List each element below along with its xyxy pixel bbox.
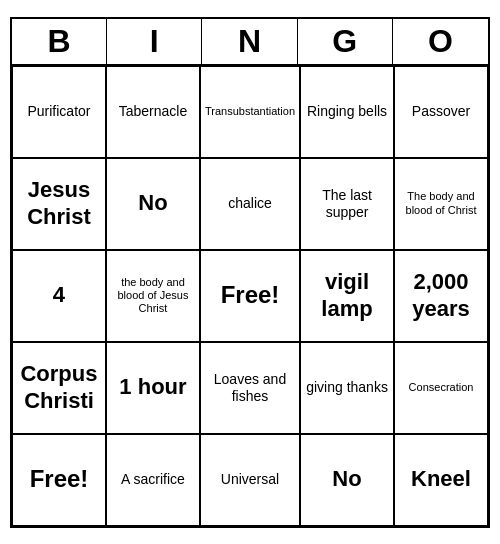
cell-2-3: vigil lamp — [300, 250, 394, 342]
cell-3-3: giving thanks — [300, 342, 394, 434]
cell-0-2: Transubstantiation — [200, 66, 300, 158]
cell-1-0: Jesus Christ — [12, 158, 106, 250]
cell-0-4: Passover — [394, 66, 488, 158]
cell-0-3: Ringing bells — [300, 66, 394, 158]
cell-2-4: 2,000 years — [394, 250, 488, 342]
header-letter-g: G — [298, 19, 393, 64]
header-letter-i: I — [107, 19, 202, 64]
cell-4-2: Universal — [200, 434, 300, 526]
header-letter-n: N — [202, 19, 297, 64]
cell-0-0: Purificator — [12, 66, 106, 158]
cell-1-1: No — [106, 158, 200, 250]
cell-4-0: Free! — [12, 434, 106, 526]
cell-3-1: 1 hour — [106, 342, 200, 434]
cell-4-4: Kneel — [394, 434, 488, 526]
cell-4-3: No — [300, 434, 394, 526]
cell-2-2: Free! — [200, 250, 300, 342]
cell-2-0: 4 — [12, 250, 106, 342]
header-letter-o: O — [393, 19, 488, 64]
cell-0-1: Tabernacle — [106, 66, 200, 158]
bingo-grid: PurificatorTabernacleTransubstantiationR… — [12, 66, 488, 526]
cell-1-4: The body and blood of Christ — [394, 158, 488, 250]
bingo-card: BINGO PurificatorTabernacleTransubstanti… — [10, 17, 490, 528]
cell-3-0: Corpus Christi — [12, 342, 106, 434]
bingo-header: BINGO — [12, 19, 488, 66]
cell-2-1: the body and blood of Jesus Christ — [106, 250, 200, 342]
cell-3-4: Consecration — [394, 342, 488, 434]
header-letter-b: B — [12, 19, 107, 64]
cell-1-3: The last supper — [300, 158, 394, 250]
cell-1-2: chalice — [200, 158, 300, 250]
cell-3-2: Loaves and fishes — [200, 342, 300, 434]
cell-4-1: A sacrifice — [106, 434, 200, 526]
